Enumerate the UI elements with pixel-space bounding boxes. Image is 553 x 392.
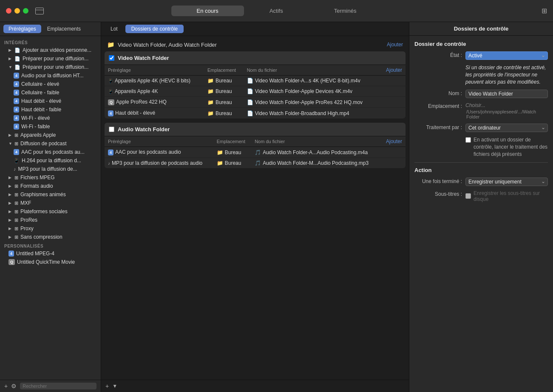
table-row[interactable]: QApple ProRes 422 HQ 📁Bureau 📄Video Watc… bbox=[105, 97, 406, 108]
une-fois-label: Une fois terminé : bbox=[414, 178, 465, 184]
sidebar-item-mp3[interactable]: ♪ MP3 pour la diffusion de... bbox=[0, 165, 101, 173]
file-icon: 🎵 bbox=[255, 149, 261, 155]
sidebar-item-h264[interactable]: 📱 H.264 pour la diffusion d... bbox=[0, 156, 101, 165]
group-icon: ⊞ bbox=[14, 226, 18, 231]
etat-note-row: Si un dossier de contrôle est activé, le… bbox=[414, 64, 548, 85]
sous-titres-field-row: Sous-titres : Enregistrer les sous-titre… bbox=[414, 190, 548, 202]
sidebar-item-proxy[interactable]: ▶ ⊞ Choisir... Proxy bbox=[0, 224, 101, 233]
video-watch-header: Video Watch Folder bbox=[105, 51, 406, 65]
chevron-down-icon: ▼ bbox=[9, 141, 13, 146]
traitement-checkbox-row: En activant un dossier de contrôle, lanc… bbox=[465, 136, 548, 158]
sidebar-item-cellulaire-faible[interactable]: 4 Cellulaire - faible bbox=[0, 88, 101, 97]
add-audio-row-link[interactable]: Ajouter bbox=[386, 138, 402, 144]
sidebar-item-graphismes[interactable]: ▶ ⊞ Graphismes animés bbox=[0, 190, 101, 199]
sidebar-item-appareils-apple[interactable]: ▶ ⊞ Appareils Apple bbox=[0, 131, 101, 139]
sidebar-item-mxf[interactable]: ▶ ⊞ MXF bbox=[0, 199, 101, 207]
traitement-checkbox-label: En activant un dossier de contrôle, lanc… bbox=[474, 136, 548, 158]
etat-select[interactable]: Activé Désactivé bbox=[465, 51, 548, 60]
search-input[interactable] bbox=[20, 383, 96, 389]
sidebar-item-untitled-mpeg[interactable]: 4 Untitled MPEG-4 bbox=[0, 249, 101, 258]
sidebar-item-formats-audio[interactable]: ▶ ⊞ Formats audio bbox=[0, 182, 101, 190]
col-add: Ajouter bbox=[380, 65, 406, 76]
traitement-checkbox[interactable] bbox=[465, 137, 471, 143]
audio-watch-table: Préréglage Emplacement Nom du fichier Aj… bbox=[105, 136, 406, 168]
tab-actifs[interactable]: Actifs bbox=[244, 6, 309, 16]
minimize-button[interactable] bbox=[14, 8, 20, 14]
folder-icon: 📁 bbox=[207, 88, 214, 94]
sidebar-item-plateformes[interactable]: ▶ ⊞ Plateformes sociales bbox=[0, 207, 101, 216]
add-video-row-link[interactable]: Ajouter bbox=[386, 67, 402, 73]
group-icon: ⊞ bbox=[14, 192, 18, 197]
sidebar-item-fichiers-mpeg[interactable]: ▶ ⊞ Fichiers MPEG bbox=[0, 173, 101, 182]
sidebar-item-haut-debit-eleve[interactable]: 4 Haut débit - élevé bbox=[0, 97, 101, 105]
add-group-button[interactable]: + bbox=[105, 383, 109, 389]
sidebar-item-cellulaire-eleve[interactable]: 4 Cellulaire - élevé bbox=[0, 80, 101, 88]
right-panel: Dossiers de contrôle Dossier de contrôle… bbox=[409, 22, 553, 392]
sidebar-item-preparer2[interactable]: ▼ 📄 Préparer pour une diffusion... bbox=[0, 63, 101, 71]
doc-icon: 📄 bbox=[14, 48, 20, 53]
group-icon: ⊞ bbox=[14, 133, 18, 138]
gear-button[interactable]: ⚙ bbox=[11, 383, 17, 389]
traitement-field-row: Traitement par : Cet ordinateur bbox=[414, 124, 548, 132]
right-panel-content: Dossier de contrôle État : Activé Désact… bbox=[409, 36, 553, 392]
sidebar-item-sans-compression[interactable]: ▶ ⊞ Sans compression bbox=[0, 233, 101, 241]
une-fois-select-wrapper: Enregistrer uniquement bbox=[465, 178, 548, 186]
add-group-link[interactable]: Ajouter bbox=[387, 42, 403, 48]
table-row[interactable]: 4AAC pour les podcasts audio 📁Bureau 🎵Au… bbox=[105, 147, 406, 158]
video-watch-checkbox[interactable] bbox=[109, 55, 114, 61]
emplacement-field-row: Emplacement : Choisir... /Users/johnnyap… bbox=[414, 102, 548, 119]
traitement-label: Traitement par : bbox=[414, 124, 465, 130]
sidebar-item-aac-podcast[interactable]: 4 AAC pour les podcasts au... bbox=[0, 148, 101, 156]
sidebar-item-audio-ht[interactable]: 4 Audio pour la diffusion HT... bbox=[0, 71, 101, 80]
table-row[interactable]: 📱Appareils Apple 4K (HEVC 8 bits) 📁Burea… bbox=[105, 76, 406, 86]
section-divider bbox=[414, 162, 548, 163]
sidebar-item-wifi-eleve[interactable]: 4 Wi-Fi - élevé bbox=[0, 114, 101, 122]
group-icon: ⊞ bbox=[14, 209, 18, 214]
tab-en-cours[interactable]: En cours bbox=[171, 6, 244, 16]
tab-lot[interactable]: Lot bbox=[105, 25, 124, 33]
sidebar-item-untitled-qt[interactable]: Q Untitled QuickTime Movie bbox=[0, 258, 101, 266]
file-icon: 📄 bbox=[247, 99, 253, 105]
middle-tabs: Lot Dossiers de contrôle bbox=[101, 22, 409, 36]
file-icon: 📄 bbox=[247, 78, 253, 84]
audio-watch-name: Audio Watch Folder bbox=[118, 126, 401, 133]
sidebar-item-prores[interactable]: ▶ ⊞ ProRes bbox=[0, 216, 101, 224]
close-button[interactable] bbox=[6, 8, 11, 14]
video-watch-name: Video Watch Folder bbox=[118, 55, 401, 61]
traffic-lights bbox=[0, 8, 28, 14]
tab-termines[interactable]: Terminés bbox=[309, 6, 382, 16]
audio-watch-checkbox[interactable] bbox=[109, 127, 114, 132]
emplacement-chooser[interactable]: Choisir... bbox=[465, 102, 548, 108]
tab-dossiers-controle[interactable]: Dossiers de contrôle bbox=[125, 25, 184, 33]
une-fois-select[interactable]: Enregistrer uniquement bbox=[465, 178, 548, 186]
add-button[interactable]: + bbox=[4, 383, 8, 389]
table-row[interactable]: 4Haut débit - élevé 📁Bureau 📄Video Watch… bbox=[105, 108, 406, 119]
doc-icon: 📄 bbox=[14, 56, 20, 62]
sidebar-item-ajouter[interactable]: ▶ 📄 Ajouter aux vidéos personne... bbox=[0, 46, 101, 54]
section-integres: INTÉGRÉS bbox=[0, 38, 101, 46]
file-icon: 📄 bbox=[247, 88, 253, 94]
table-row[interactable]: 📱Appareils Apple 4K 📁Bureau 📄Video Watch… bbox=[105, 86, 406, 97]
folder-icon: 📁 bbox=[207, 110, 214, 116]
sidebar-item-diffusion-podcast[interactable]: ▼ ⊞ Diffusion de podcast bbox=[0, 139, 101, 148]
main-layout: Préréglages Emplacements INTÉGRÉS ▶ 📄 Aj… bbox=[0, 22, 553, 392]
settings-icon[interactable]: ⊞ bbox=[542, 7, 547, 15]
traitement-select-wrapper: Cet ordinateur bbox=[465, 124, 548, 132]
sidebar-item-haut-debit-faible[interactable]: 4 Haut débit - faible bbox=[0, 105, 101, 114]
music-icon: ♪ bbox=[14, 166, 16, 172]
file-icon: 📄 bbox=[247, 110, 253, 116]
sidebar-item-wifi-faible[interactable]: 4 Wi-Fi - faible bbox=[0, 122, 101, 131]
audio-watch-group: Audio Watch Folder Préréglage Emplacemen… bbox=[105, 123, 406, 168]
middle-content: 📁 Video Watch Folder, Audio Watch Folder… bbox=[101, 36, 409, 380]
group-icon: ⊞ bbox=[14, 183, 18, 189]
tab-emplacements[interactable]: Emplacements bbox=[42, 25, 86, 33]
sidebar-item-preparer1[interactable]: ▶ 📄 Préparer pour une diffusion... bbox=[0, 54, 101, 63]
traitement-select[interactable]: Cet ordinateur bbox=[465, 124, 548, 132]
chevron-right-icon: ▶ bbox=[9, 209, 13, 214]
une-fois-field-row: Une fois terminé : Enregistrer uniquemen… bbox=[414, 178, 548, 186]
sous-titres-checkbox[interactable] bbox=[465, 193, 471, 199]
table-row[interactable]: ♪MP3 pour la diffusion de podcasts audio… bbox=[105, 158, 406, 169]
nom-input[interactable] bbox=[465, 90, 548, 98]
fullscreen-button[interactable] bbox=[23, 8, 28, 14]
tab-prereglages[interactable]: Préréglages bbox=[3, 25, 41, 33]
